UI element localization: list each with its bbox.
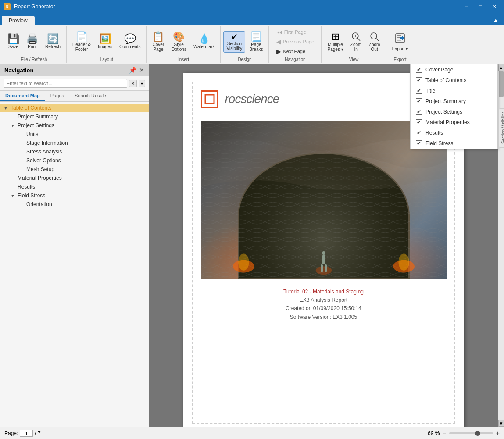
comments-button[interactable]: 💬 Comments [116,32,143,51]
close-button[interactable]: ✕ [488,2,500,11]
view-buttons: ⊞ MultiplePages ▾ ZoomIn ZoomOut [324,27,383,56]
ribbon-group-export: Export ▾ Export [386,26,414,63]
main-area: Navigation 📌 ✕ ✕ ▾ Document Map Pages Se… [0,64,504,427]
label-toc: Table of Contents [425,77,466,83]
window-title: Report Generator [14,4,457,10]
tree-item-project-summary[interactable]: Project Summary [0,112,149,121]
scroll-up-button[interactable]: ▲ [498,64,504,71]
expand-icon-field-stress: ▼ [11,193,18,198]
checkbox-material-properties[interactable]: ✔ [416,119,422,125]
label-field-stress: Field Stress [425,140,453,146]
file-buttons: 💾 Save 🖨️ Print 🔄 Refresh [4,27,64,56]
tree-label-material: Material Properties [18,175,145,181]
multiple-pages-icon: ⊞ [332,32,340,42]
tree-item-mesh-setup[interactable]: Mesh Setup [0,165,149,174]
export-button[interactable]: Export ▾ [389,30,411,53]
watermark-button[interactable]: 💧 Watermark [190,32,218,51]
tab-document-map[interactable]: Document Map [0,91,45,101]
tree-item-results[interactable]: Results [0,182,149,191]
checkbox-project-settings[interactable]: ✔ [416,109,422,115]
page-number-input[interactable] [20,430,33,437]
previous-page-button[interactable]: ◀ Previous Page [273,37,318,46]
zoom-percent: 69 % [428,430,440,436]
svg-point-22 [322,251,325,255]
section-vis-title[interactable]: ✔ Title [411,86,497,96]
zoom-in-status-button[interactable]: + [496,429,500,437]
search-clear-button[interactable]: ✕ [129,80,137,87]
svg-rect-15 [205,95,214,104]
svg-rect-13 [397,40,401,41]
svg-rect-10 [397,35,401,36]
svg-point-20 [398,253,409,270]
tree-item-field-stress[interactable]: ▼ Field Stress [0,191,149,200]
checkbox-toc[interactable]: ✔ [416,77,422,83]
checkbox-results[interactable]: ✔ [416,130,422,136]
page-breaks-icon: 📃 [250,32,262,42]
style-options-icon: 🎨 [173,32,185,42]
images-button[interactable]: 🖼️ Images [95,32,115,51]
zoom-slider-track[interactable] [449,432,493,434]
tree-label-project-summary: Project Summary [18,114,145,120]
window-controls: − □ ✕ [460,2,500,11]
save-button[interactable]: 💾 Save [4,32,22,51]
search-input[interactable] [4,79,127,88]
caption-line2: EX3 Analysis Report [201,296,447,304]
refresh-button[interactable]: 🔄 Refresh [42,32,64,51]
next-page-icon: ▶ [276,48,281,55]
tab-pages[interactable]: Pages [45,91,69,101]
cover-page-button[interactable]: 📋 CoverPage [149,30,167,54]
scroll-thumb[interactable] [499,71,504,97]
section-vis-toc[interactable]: ✔ Table of Contents [411,75,497,86]
tree-label-field-stress: Field Stress [18,193,145,199]
first-page-icon: ⏮ [276,29,282,36]
search-dropdown-button[interactable]: ▾ [139,80,145,87]
multiple-pages-button[interactable]: ⊞ MultiplePages ▾ [324,30,346,54]
tree-item-stage-information[interactable]: Stage Information [0,139,149,147]
section-vis-project-summary[interactable]: ✔ Project Summary [411,96,497,107]
tree-item-toc[interactable]: ▼ Table of Contents [0,104,149,112]
section-vis-results[interactable]: ✔ Results [411,128,497,138]
checkbox-field-stress[interactable]: ✔ [416,140,422,146]
zoom-out-status-button[interactable]: − [442,429,446,437]
tree-item-solver-options[interactable]: Solver Options [0,156,149,165]
tree-label-stress: Stress Analysis [26,149,145,155]
person-silhouette [320,250,328,272]
section-vis-material-properties[interactable]: ✔ Material Properties [411,117,497,128]
zoom-out-icon [370,32,379,42]
checkbox-project-summary[interactable]: ✔ [416,98,422,104]
tree-item-units[interactable]: Units [0,130,149,139]
section-vis-project-settings[interactable]: ✔ Project Settings [411,107,497,117]
style-options-button[interactable]: 🎨 StyleOptions [168,30,189,54]
panel-close-button[interactable]: ✕ [139,67,144,74]
ribbon-collapse-button[interactable]: ▲ [489,15,502,25]
print-button[interactable]: 🖨️ Print [23,32,41,51]
zoom-in-button[interactable]: ZoomIn [347,30,365,54]
tree-item-material-properties[interactable]: Material Properties [0,174,149,182]
tree-item-stress-analysis[interactable]: Stress Analysis [0,147,149,156]
svg-rect-25 [325,264,327,272]
checkbox-title[interactable]: ✔ [416,88,422,94]
maximize-button[interactable]: □ [474,2,486,11]
scroll-down-button[interactable]: ▼ [498,420,504,427]
section-visibility-tab[interactable]: Section Visibility [499,108,504,148]
header-footer-icon: 📄 [76,32,88,42]
tree-item-project-settings[interactable]: ▼ Project Settings [0,121,149,130]
checkbox-cover-page[interactable]: ✔ [416,67,422,73]
section-vis-cover-page[interactable]: ✔ Cover Page [411,64,497,75]
zoom-out-button[interactable]: ZoomOut [366,30,383,54]
next-page-button[interactable]: ▶ Next Page [273,46,318,56]
page-navigation: Page: / 7 [4,430,41,437]
header-footer-button[interactable]: 📄 Header &Footer [69,30,94,54]
first-page-button[interactable]: ⏮ First Page [273,27,318,37]
expand-icon-toc: ▼ [4,106,11,111]
pin-button[interactable]: 📌 [129,67,136,74]
minimize-button[interactable]: − [460,2,472,11]
tree-label-stage-info: Stage Information [26,140,145,146]
tab-search-results[interactable]: Search Results [69,91,113,101]
zoom-slider-thumb[interactable] [475,431,480,436]
tree-item-orientation[interactable]: Orientation [0,200,149,209]
page-breaks-button[interactable]: 📃 PageBreaks [246,30,266,54]
tab-preview[interactable]: Preview [2,16,35,25]
section-vis-field-stress[interactable]: ✔ Field Stress [411,138,497,149]
section-visibility-button[interactable]: ✔ SectionVisibility [223,31,245,53]
